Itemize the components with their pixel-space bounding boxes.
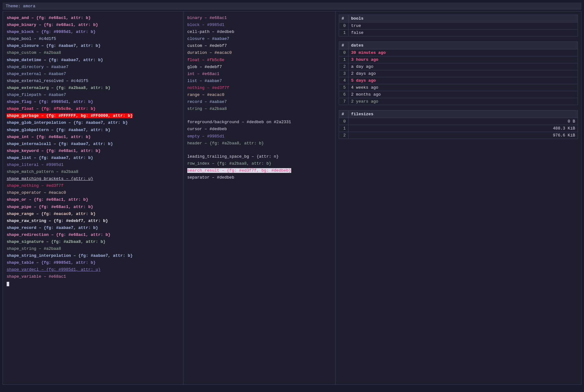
line-text: separator – #dedbeb xyxy=(187,175,234,180)
line-text: shape_match_pattern – #a2baa8 xyxy=(7,169,78,174)
table-cell-idx: 7 xyxy=(339,98,349,105)
table-header-row: #dates xyxy=(339,42,578,49)
line-text: shape_binary – {fg: #e68ac1, attr: b} xyxy=(7,22,98,27)
table-header-idx: # xyxy=(339,111,349,118)
search-result-highlight: search_result – {fg: #ed3f7f, bg: #dedbe… xyxy=(187,168,291,173)
line-text: cell-path – #dedbeb xyxy=(187,29,234,34)
list-item: cursor – #dedbeb xyxy=(187,126,331,133)
table-row: 13 hours ago xyxy=(339,56,578,63)
line-text: shape_directory – #aabae7 xyxy=(7,65,68,69)
list-item: block – #9985d1 xyxy=(187,22,331,28)
line-text: shape_filepath – #aabae7 xyxy=(7,92,66,97)
line-text: shape_or – {fg: #e68ac1, attr: b} xyxy=(7,197,88,202)
line-text: row_index – {fg: #a2baa8, attr: b} xyxy=(187,161,271,166)
line-text: foreground/background – #dedbeb on #2a23… xyxy=(187,120,291,124)
list-item: shape_datetime – {fg: #aabae7, attr: b} xyxy=(7,57,179,64)
line-text: shape_literal – #9985d1 xyxy=(7,162,63,167)
table-cell-val: 2 months ago xyxy=(349,91,578,98)
list-item: row_index – {fg: #a2baa8, attr: b} xyxy=(187,160,331,167)
table-row: 1false xyxy=(339,29,578,36)
line-text: shape_internalcall – {fg: #aabae7, attr:… xyxy=(7,142,113,146)
table-cell-val: 5 days ago xyxy=(349,77,578,84)
table-cell-idx: 1 xyxy=(339,29,349,36)
list-item: shape_range – {fg: #eacac0, attr: b} xyxy=(7,211,179,218)
line-text: shape_and – {fg: #e68ac1, attr: b} xyxy=(7,16,91,20)
line-text: shape_string – #a2baa8 xyxy=(7,246,61,251)
line-text: shape_signature – {fg: #a2baa8, attr: b} xyxy=(7,239,106,244)
list-item: shape_garbage – {fg: #FFFFFF, bg: #FF000… xyxy=(7,112,179,119)
table-row: 2a day ago xyxy=(339,63,578,70)
list-item: shape_closure – {fg: #aabae7, attr: b} xyxy=(7,42,179,49)
left-panel-lines: shape_and – {fg: #e68ac1, attr: b}shape_… xyxy=(7,15,179,281)
list-item: record – #aabae7 xyxy=(187,98,331,105)
list-item: shape_vardecl – {fg: #9985d1, attr: u} xyxy=(7,266,179,273)
table-header-val: bools xyxy=(349,15,578,22)
list-item: list – #aabae7 xyxy=(187,78,331,85)
list-item: shape_or – {fg: #e68ac1, attr: b} xyxy=(7,196,179,203)
table-cell-idx: 5 xyxy=(339,84,349,91)
list-item: cell-path – #dedbeb xyxy=(187,28,331,35)
line-text: shape_pipe – {fg: #e68ac1, attr: b} xyxy=(7,205,93,209)
list-item: shape_record – {fg: #aabae7, attr: b} xyxy=(7,224,179,231)
line-text: shape_glob_interpolation – {fg: #aabae7,… xyxy=(7,120,128,125)
table-cell-idx: 1 xyxy=(339,125,349,132)
data-table-filesizes: #filesizes00 B1488.3 KiB2976.6 KiB xyxy=(339,110,578,139)
middle-panel-lines: binary – #e68ac1block – #9985d1cell-path… xyxy=(187,15,331,181)
table-row: 54 weeks ago xyxy=(339,84,578,91)
list-item: shape_globpattern – {fg: #aabae7, attr: … xyxy=(7,127,179,134)
list-item: shape_directory – #aabae7 xyxy=(7,64,179,71)
table-row: 030 minutes ago xyxy=(339,49,578,56)
list-item: header – {fg: #a2baa8, attr: b} xyxy=(187,140,331,147)
table-cell-val: 4 weeks ago xyxy=(349,84,578,91)
main-container: shape_and – {fg: #e68ac1, attr: b}shape_… xyxy=(3,11,581,385)
theme-bar: Theme: amora xyxy=(3,3,581,10)
line-text: shape_int – {fg: #e68ac1, attr: b} xyxy=(7,135,91,139)
table-cell-val: 2 years ago xyxy=(349,98,578,105)
list-item: shape_literal – #9985d1 xyxy=(7,161,179,168)
list-item: separator – #dedbeb xyxy=(187,174,331,181)
list-item: shape_raw_string – {fg: #edebf7, attr: b… xyxy=(7,218,179,224)
line-text: shape_block – {fg: #9985d1, attr: b} xyxy=(7,29,96,34)
table-cell-val: 30 minutes ago xyxy=(349,49,578,56)
line-text: glob – #edebf7 xyxy=(187,65,222,69)
line-text: block – #9985d1 xyxy=(187,22,224,27)
table-cell-idx: 6 xyxy=(339,91,349,98)
list-item: nothing – #ed3f7f xyxy=(187,85,331,92)
line-text: shape_list – {fg: #aabae7, attr: b} xyxy=(7,155,93,160)
list-item: shape_block – {fg: #9985d1, attr: b} xyxy=(7,28,179,35)
table-cell-val: false xyxy=(349,29,578,36)
list-item: shape_and – {fg: #e68ac1, attr: b} xyxy=(7,15,179,22)
list-item: shape_filepath – #aabae7 xyxy=(7,92,179,98)
list-item: int – #e68ac1 xyxy=(187,71,331,78)
line-text: shape_externalarg – {fg: #a2baa8, attr: … xyxy=(7,85,111,90)
list-item: shape_binary – {fg: #e68ac1, attr: b} xyxy=(7,22,179,28)
underline-item: shape_vardecl – {fg: #9985d1, attr: u} xyxy=(7,267,100,272)
line-text: shape_custom – #a2baa8 xyxy=(7,50,61,55)
line-text: shape_bool – #c4d1f5 xyxy=(7,36,56,41)
table-cell-idx: 4 xyxy=(339,77,349,84)
list-item: shape_list – {fg: #aabae7, attr: b} xyxy=(7,155,179,161)
line-text: cursor – #dedbeb xyxy=(187,127,227,131)
list-item: shape_glob_interpolation – {fg: #aabae7,… xyxy=(7,119,179,126)
line-text: shape_range – {fg: #eacac0, attr: b} xyxy=(7,212,96,216)
list-item: glob – #edebf7 xyxy=(187,64,331,71)
right-panel: #bools0true1false#dates030 minutes ago13… xyxy=(336,11,581,384)
line-text: shape_raw_string – {fg: #edebf7, attr: b… xyxy=(7,218,108,223)
line-text: closure – #aabae7 xyxy=(187,36,229,41)
highlight-garbage: shape_garbage – {fg: #FFFFFF, bg: #FF000… xyxy=(7,113,133,118)
line-text: shape_variable – #e68ac1 xyxy=(7,274,66,279)
line-text: shape_redirection – {fg: #e68ac1, attr: … xyxy=(7,232,111,237)
list-item: shape_nothing – #ed3f7f xyxy=(7,182,179,189)
line-text: shape_string_interpolation – {fg: #aabae… xyxy=(7,253,133,258)
table-row: 62 months ago xyxy=(339,91,578,98)
line-text: shape_record – {fg: #aabae7, attr: b} xyxy=(7,225,98,230)
list-item: shape_flag – {fg: #9985d1, attr: b} xyxy=(7,98,179,105)
line-text: shape_external_resolved – #c4d1f5 xyxy=(7,79,88,83)
line-text: string – #a2baa8 xyxy=(187,106,227,111)
list-item: binary – #e68ac1 xyxy=(187,15,331,22)
line-text: shape_flag – {fg: #9985d1, attr: b} xyxy=(7,99,93,104)
line-text: float – #fb5c8e xyxy=(187,58,224,62)
list-item: search_result – {fg: #ed3f7f, bg: #dedbe… xyxy=(187,167,331,174)
data-table-dates: #dates030 minutes ago13 hours ago2a day … xyxy=(339,41,578,105)
table-cell-val: 488.3 KiB xyxy=(349,125,578,132)
